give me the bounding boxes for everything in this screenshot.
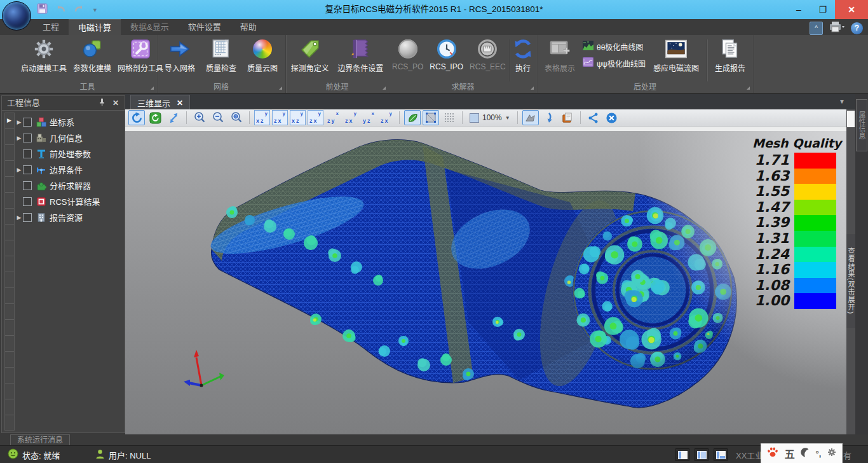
system-message-tab[interactable]: 系统运行消息	[10, 434, 70, 445]
ime-moon-icon[interactable]	[800, 447, 810, 460]
parametric-modeling-button[interactable]: 参数化建模	[70, 37, 114, 73]
tree-item-rcs-results[interactable]: RCS计算结果	[15, 193, 123, 209]
zoom-level-select[interactable]: 100% ▼	[467, 111, 513, 125]
legend-row: 1.31	[752, 231, 836, 247]
quality-cloudmap-button[interactable]: 质量云图	[244, 37, 281, 73]
viewport-3d[interactable]: Mesh Quality 1.71 1.63 1.55 1.47 1.39 1.…	[125, 131, 846, 434]
menu-tab-data-display[interactable]: 数据&显示	[121, 19, 179, 35]
row-cursor-icon: ▶	[7, 117, 11, 123]
ime-punctuation-mode[interactable]: °,	[815, 449, 821, 459]
points-mode-button[interactable]	[441, 110, 458, 125]
menu-tab-settings[interactable]: 软件设置	[179, 19, 231, 35]
boundary-settings-button[interactable]: 边界条件设置	[334, 37, 386, 73]
tree-checkbox[interactable]	[23, 149, 32, 158]
ribbon-group-preprocess: 探测角定义 边界条件设置 前处理	[285, 35, 390, 93]
psi-polarization-curve-button[interactable]: ψψ极化曲线图	[583, 57, 646, 69]
expand-icon[interactable]: ▶	[15, 119, 23, 125]
ime-wubi-mode[interactable]: 五	[785, 446, 795, 461]
view-zy-button[interactable]: xzy	[325, 110, 341, 125]
panel-close-icon[interactable]: ✕	[111, 98, 121, 108]
layout-two-panel-icon[interactable]	[695, 448, 709, 461]
down-arrow-button[interactable]	[541, 110, 557, 125]
run-arrows-icon	[512, 37, 534, 61]
tab-close-icon[interactable]: ✕	[177, 99, 183, 107]
menu-tab-project[interactable]: 工程	[33, 19, 69, 35]
ime-settings-gear-icon[interactable]	[827, 447, 837, 460]
view-iso-2-button[interactable]: xyz	[361, 110, 377, 125]
shaded-mode-button[interactable]	[404, 110, 421, 125]
execute-button[interactable]: 执行	[509, 37, 537, 73]
ime-toolbar[interactable]: 五 °,	[761, 443, 843, 463]
print-icon[interactable]	[829, 20, 845, 36]
minimize-button[interactable]: –	[787, 0, 811, 19]
tree-item-geometry-info[interactable]: ▶ 几何信息	[15, 130, 123, 146]
tab-list-caret-icon[interactable]: ▼	[839, 98, 845, 105]
zoom-out-button[interactable]	[210, 110, 226, 125]
group-expand-icon[interactable]	[151, 86, 154, 90]
tree-checkbox[interactable]	[23, 165, 32, 174]
group-expand-icon[interactable]	[279, 86, 282, 90]
expand-icon[interactable]: ▶	[15, 167, 23, 173]
view-iso-3-button[interactable]: yzx	[379, 110, 395, 125]
tree-item-preprocess-params[interactable]: 前处理参数	[15, 146, 123, 162]
generate-report-button[interactable]: 生成报告	[712, 37, 749, 73]
probe-angle-button[interactable]: 探测角定义	[288, 37, 332, 73]
induced-current-map-button[interactable]: 感应电磁流图	[650, 37, 702, 73]
vertical-scrollbar-thumb[interactable]	[847, 111, 855, 127]
properties-collapsed-tab[interactable]: 属性信息	[856, 99, 867, 151]
tree-checkbox[interactable]	[23, 134, 32, 142]
share-link-button[interactable]	[585, 110, 602, 125]
group-expand-icon[interactable]	[383, 86, 386, 90]
tree-checkbox[interactable]	[23, 118, 32, 127]
launch-modeling-tool-button[interactable]: 启动建模工具	[18, 37, 70, 73]
results-collapsed-tab[interactable]: 查看结果(双击展开)	[846, 234, 855, 328]
layout-bottom-panel-icon[interactable]	[714, 448, 728, 461]
tree-checkbox[interactable]	[23, 197, 32, 206]
table-show-button[interactable]: 表格展示	[541, 37, 578, 73]
zoom-in-button[interactable]	[191, 110, 208, 125]
help-icon[interactable]: ?	[851, 22, 863, 34]
scene-export-button[interactable]	[559, 110, 576, 125]
collapse-ribbon-icon[interactable]: ^	[810, 22, 823, 35]
rcs-po-button[interactable]: RCS_PO	[389, 37, 426, 71]
tree-item-boundary-conditions[interactable]: ▶ 边界条件	[15, 162, 123, 177]
rotate-view-button[interactable]	[128, 110, 145, 125]
refresh-view-button[interactable]	[147, 110, 163, 125]
menu-tab-em-compute[interactable]: 电磁计算	[69, 19, 121, 35]
rcs-eec-button[interactable]: RCS_EEC	[466, 37, 509, 71]
quality-check-button[interactable]: 质量检查	[203, 37, 240, 73]
close-view-button[interactable]	[604, 110, 620, 125]
tree-item-analysis-solver[interactable]: 分析求解器	[15, 177, 123, 193]
expand-icon[interactable]: ▶	[15, 135, 23, 141]
tab-3d-display[interactable]: 三维显示 ✕	[130, 95, 190, 110]
view-xz-button[interactable]: yxz	[254, 110, 270, 125]
tree-checkbox[interactable]	[23, 213, 32, 222]
group-expand-icon[interactable]	[531, 86, 534, 90]
view-xz-back-button[interactable]: yxz	[290, 110, 306, 125]
group-expand-icon[interactable]	[747, 86, 750, 90]
pan-tool-button[interactable]	[522, 110, 539, 125]
import-mesh-button[interactable]: 导入网格	[161, 37, 198, 73]
rcs-ipo-button[interactable]: RCS_IPO	[426, 37, 466, 71]
layout-left-panel-icon[interactable]	[675, 448, 689, 461]
close-button[interactable]: ✕	[835, 0, 868, 19]
brand-text-right: 有	[843, 446, 851, 463]
tree-item-coordinate-system[interactable]: ▶ 坐标系	[15, 114, 123, 130]
view-zx-button[interactable]: yzx	[272, 110, 288, 125]
view-iso-1-button[interactable]: yzx	[343, 110, 359, 125]
ribbon-group-label-mesh: 网格	[157, 81, 285, 92]
view-zx-back-button[interactable]: yzx	[308, 110, 323, 125]
wireframe-mode-button[interactable]	[423, 110, 439, 125]
fit-extent-button[interactable]	[165, 110, 182, 125]
ime-logo-paw-icon[interactable]	[766, 446, 779, 461]
theta-polarization-curve-button[interactable]: θθ极化曲线图	[583, 41, 646, 52]
pin-icon[interactable]	[97, 98, 107, 108]
tree-item-report-resources[interactable]: ▶ 报告资源	[15, 209, 123, 225]
vertical-scrollbar[interactable]: 查看结果(双击展开)	[846, 109, 855, 434]
zoom-window-button[interactable]	[228, 110, 245, 125]
expand-icon[interactable]: ▶	[15, 214, 23, 221]
maximize-button[interactable]: ❐	[811, 0, 835, 19]
menu-tab-help[interactable]: 帮助	[231, 19, 266, 35]
legend-row: 1.55	[752, 184, 836, 200]
tree-checkbox[interactable]	[23, 181, 32, 190]
